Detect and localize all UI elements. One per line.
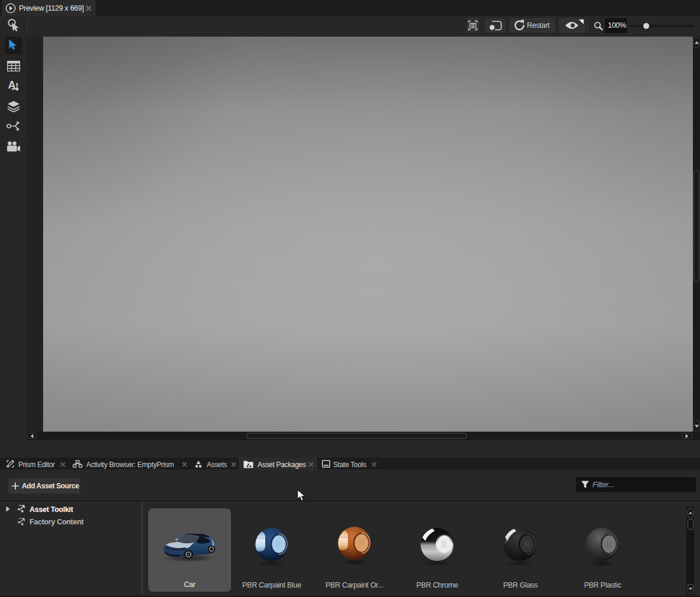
svg-text:R: R bbox=[524, 540, 530, 549]
svg-text:R: R bbox=[276, 540, 282, 549]
svg-text:R: R bbox=[359, 539, 364, 548]
svg-text:R: R bbox=[606, 540, 612, 549]
svg-text:R: R bbox=[441, 540, 447, 549]
